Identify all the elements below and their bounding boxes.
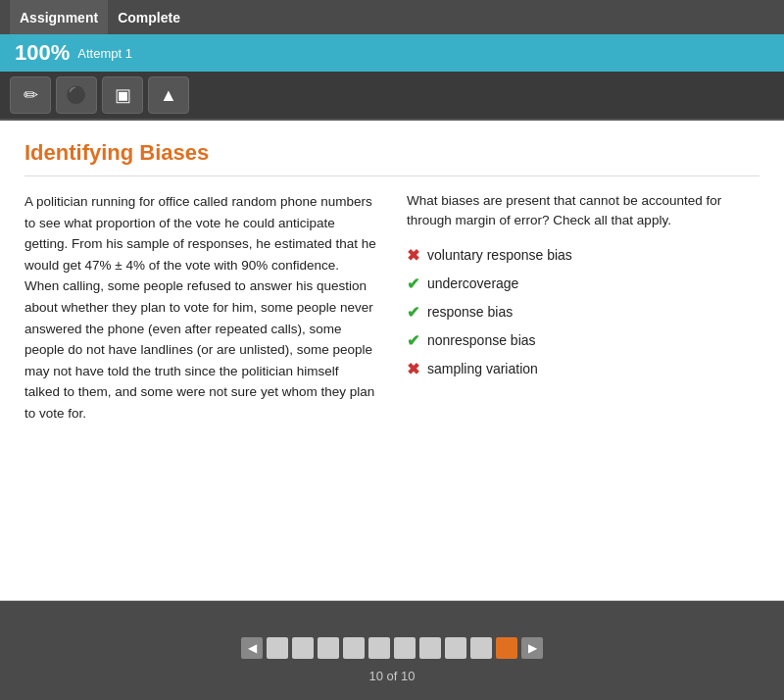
answer-item: ✖sampling variation: [407, 360, 760, 378]
answer-label: sampling variation: [427, 361, 538, 376]
toolbar: ✏ ⚫ ▣ ▲: [0, 72, 784, 121]
page-button-4[interactable]: [343, 637, 365, 659]
content-columns: A politician running for office called r…: [24, 191, 760, 425]
page-button-10[interactable]: [496, 637, 517, 659]
right-column: What biases are present that cannot be a…: [407, 191, 760, 425]
answer-item: ✔undercoverage: [407, 275, 760, 293]
left-column: A politician running for office called r…: [24, 191, 377, 425]
score-value: 100%: [15, 40, 70, 66]
page-button-8[interactable]: [445, 637, 466, 659]
answer-label: response bias: [427, 304, 513, 320]
next-page-button[interactable]: ▶: [521, 637, 543, 659]
correct-icon: ✔: [407, 303, 419, 322]
pencil-tool-button[interactable]: ✏: [10, 76, 51, 114]
answer-list: ✖voluntary response bias✔undercoverage✔r…: [407, 246, 760, 378]
wrong-icon: ✖: [407, 360, 419, 378]
headphones-tool-button[interactable]: ⚫: [56, 76, 97, 114]
top-navigation: Assignment Complete: [0, 0, 784, 34]
pagination: ◀ ▶: [241, 637, 543, 659]
answer-item: ✔nonresponse bias: [407, 331, 760, 350]
answer-item: ✖voluntary response bias: [407, 246, 760, 265]
answer-item: ✔response bias: [407, 303, 760, 322]
page-button-9[interactable]: [470, 637, 492, 659]
bottom-area: ◀ ▶ 10 of 10: [0, 601, 784, 700]
page-count: 10 of 10: [369, 669, 416, 683]
wrong-icon: ✖: [407, 246, 419, 265]
page-title: Identifying Biases: [24, 140, 760, 176]
page-button-2[interactable]: [292, 637, 314, 659]
correct-icon: ✔: [407, 331, 419, 350]
question-text: What biases are present that cannot be a…: [407, 191, 760, 231]
main-content: Identifying Biases A politician running …: [0, 121, 784, 601]
nav-assignment[interactable]: Assignment: [10, 0, 108, 34]
page-button-5[interactable]: [368, 637, 390, 659]
answer-label: voluntary response bias: [427, 247, 572, 263]
page-button-6[interactable]: [394, 637, 416, 659]
attempt-label: Attempt 1: [77, 46, 132, 61]
answer-label: nonresponse bias: [427, 332, 536, 348]
answer-label: undercoverage: [427, 275, 518, 291]
upload-tool-button[interactable]: ▲: [148, 76, 189, 114]
passage-text: A politician running for office called r…: [24, 191, 377, 425]
page-button-1[interactable]: [267, 637, 288, 659]
page-button-3[interactable]: [318, 637, 339, 659]
calculator-tool-button[interactable]: ▣: [102, 76, 143, 114]
page-button-7[interactable]: [419, 637, 441, 659]
prev-page-button[interactable]: ◀: [241, 637, 263, 659]
correct-icon: ✔: [407, 275, 419, 293]
score-bar: 100% Attempt 1: [0, 34, 784, 72]
nav-complete[interactable]: Complete: [108, 0, 190, 34]
